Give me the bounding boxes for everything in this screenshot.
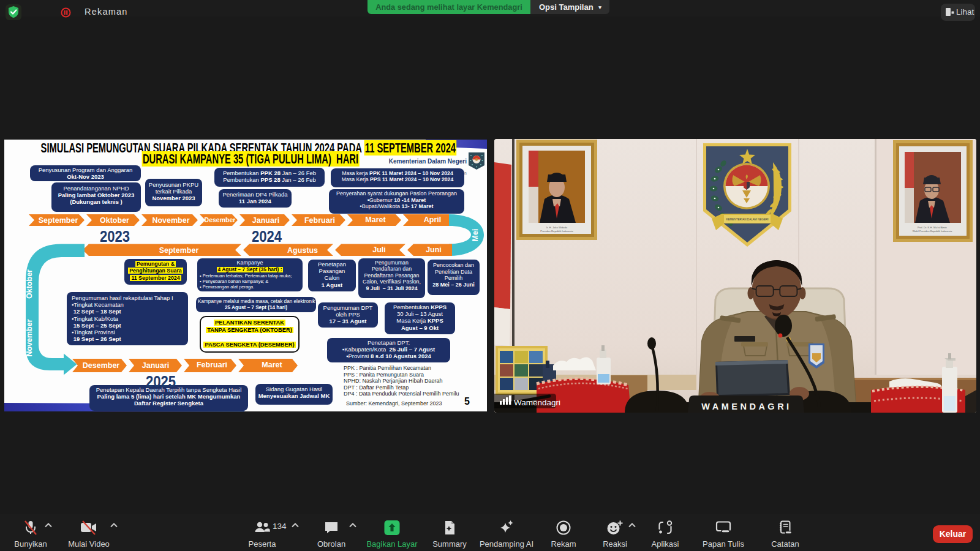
svg-text:Juni: Juni	[426, 246, 442, 254]
svg-text:Mei: Mei	[471, 229, 480, 242]
svg-text:November: November	[152, 216, 189, 225]
svg-text:Februari: Februari	[304, 216, 335, 225]
svg-text:November: November	[25, 319, 34, 356]
svg-text:Juli: Juli	[372, 246, 386, 254]
svg-text:Wamendagri: Wamendagri	[514, 398, 560, 407]
svg-text:Maret: Maret	[365, 216, 386, 224]
svg-text:Agustus: Agustus	[287, 246, 318, 255]
svg-text:KEMENTERIAN DALAM NEGERI: KEMENTERIAN DALAM NEGERI	[726, 218, 768, 221]
svg-text:Presiden Republik Indonesia: Presiden Republik Indonesia	[540, 230, 573, 233]
svg-text:Ir. H. Joko Widodo: Ir. H. Joko Widodo	[546, 226, 568, 229]
svg-text:September: September	[159, 246, 199, 255]
svg-text:April: April	[424, 216, 441, 224]
svg-text:Februari: Februari	[197, 361, 227, 369]
svg-text:Wakil Presiden Republik Indone: Wakil Presiden Republik Indonesia	[913, 230, 952, 233]
svg-text:Oktober: Oktober	[100, 216, 129, 225]
svg-text:Prof. Dr. K.H. Ma'ruf Amin: Prof. Dr. K.H. Ma'ruf Amin	[918, 226, 947, 229]
svg-text:Desember: Desember	[83, 361, 120, 370]
svg-text:Januari: Januari	[142, 361, 169, 370]
svg-text:WAMENDAGRI: WAMENDAGRI	[701, 402, 791, 411]
svg-text:Januari: Januari	[252, 216, 279, 225]
svg-text:September: September	[39, 216, 78, 225]
svg-text:Desember: Desember	[205, 216, 236, 223]
svg-text:Maret: Maret	[262, 361, 282, 369]
svg-text:Oktober: Oktober	[25, 269, 34, 299]
